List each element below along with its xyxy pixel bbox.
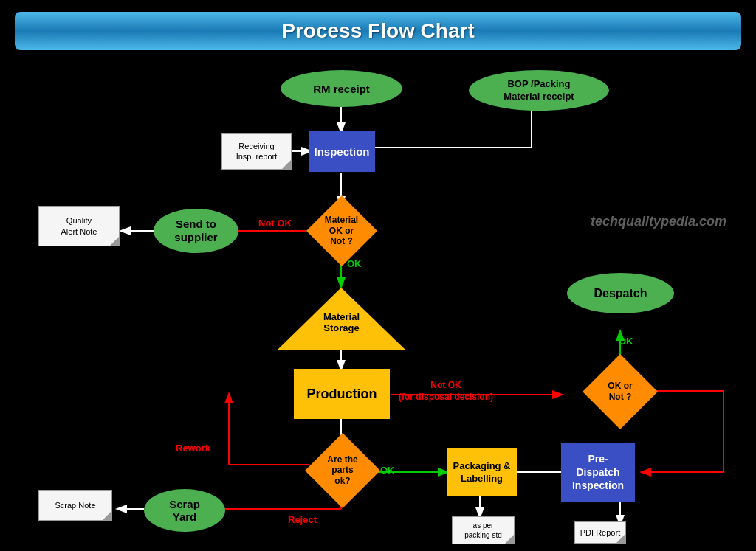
material-ok-label: MaterialOK orNot ?: [325, 215, 358, 246]
scrap-note-label: Scrap Note: [55, 500, 95, 510]
chart-container: Process Flow Chart: [0, 0, 756, 551]
are-parts-ok-node: Are thepartsok?: [309, 443, 377, 498]
ok-label-despatch: OK: [619, 336, 633, 347]
rework-label: Rework: [176, 443, 210, 454]
pre-dispatch-node: Pre-DispatchInspection: [561, 443, 635, 502]
bop-receipt-node: BOP /PackingMaterial receipt: [469, 70, 609, 111]
scrap-note-node: Scrap Note: [38, 490, 112, 521]
packaging-label: Packaging &Labelling: [453, 460, 510, 485]
chart-header: Process Flow Chart: [15, 12, 741, 50]
bop-receipt-label: BOP /PackingMaterial receipt: [504, 78, 574, 103]
as-per-packing-label: as perpacking std: [464, 521, 502, 540]
packaging-node: Packaging &Labelling: [447, 448, 517, 496]
despatch-label: Despatch: [594, 287, 647, 300]
scrap-yard-label: ScrapYard: [169, 498, 200, 523]
ok-or-not-label: OK orNot ?: [608, 381, 632, 402]
chart-title: Process Flow Chart: [15, 19, 741, 43]
production-node: Production: [294, 369, 390, 419]
receiving-report-node: ReceivingInsp. report: [221, 133, 292, 170]
are-parts-ok-label: Are thepartsok?: [327, 454, 357, 486]
scrap-yard-node: ScrapYard: [144, 489, 225, 532]
inspection-label: Inspection: [314, 145, 369, 158]
pre-dispatch-label: Pre-DispatchInspection: [572, 452, 624, 493]
material-storage-node: MaterialStorage: [273, 284, 410, 354]
rm-receipt-label: RM receipt: [313, 83, 370, 95]
quality-alert-label: QualityAlert Note: [61, 215, 97, 237]
material-ok-node: MaterialOK orNot ?: [306, 205, 377, 257]
receiving-report-label: ReceivingInsp. report: [236, 141, 278, 162]
rm-receipt-node: RM receipt: [281, 70, 402, 107]
as-per-packing-node: as perpacking std: [452, 516, 515, 544]
pdi-report-label: PDI Report: [580, 527, 620, 538]
material-storage-label: MaterialStorage: [323, 311, 360, 334]
ok-or-not-node: OK orNot ?: [587, 364, 653, 419]
despatch-node: Despatch: [567, 273, 674, 313]
not-ok-label-1: Not OK: [258, 218, 292, 229]
send-to-supplier-node: Send tosupplier: [154, 209, 238, 253]
inspection-node: Inspection: [309, 131, 375, 172]
watermark: techqualitypedia.com: [591, 214, 726, 229]
ok-label-1: OK: [347, 258, 362, 269]
reject-label: Reject: [288, 514, 317, 525]
not-ok-disposal-label: Not OK(for disposal decision): [399, 380, 493, 403]
pdi-report-node: PDI Report: [574, 521, 626, 544]
production-label: Production: [307, 387, 377, 402]
quality-alert-node: QualityAlert Note: [38, 206, 120, 246]
send-to-supplier-label: Send tosupplier: [174, 218, 217, 244]
ok-label-parts: OK: [380, 465, 395, 476]
